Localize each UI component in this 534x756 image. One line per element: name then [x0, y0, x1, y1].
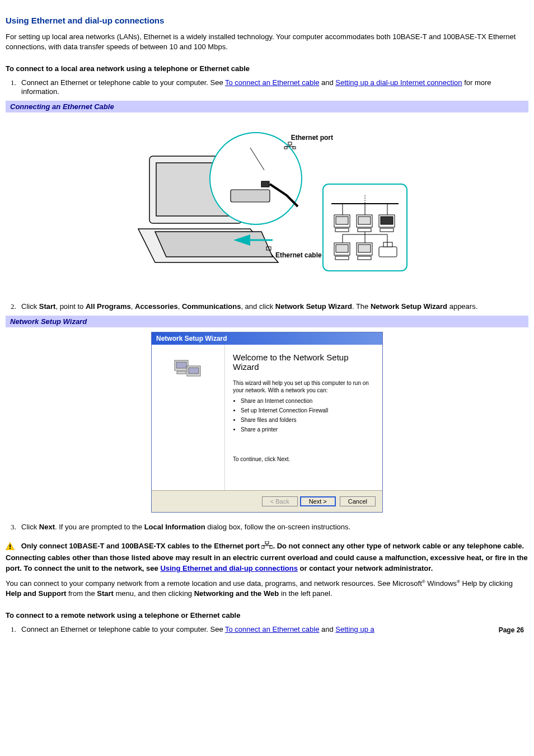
link-using-ethernet-dialup[interactable]: Using Ethernet and dial-up connections — [160, 564, 298, 572]
figure-network-setup-wizard: Network Setup Wizard Welcome to the Netw… — [151, 332, 383, 513]
svg-rect-47 — [189, 368, 199, 374]
svg-marker-3 — [155, 232, 273, 257]
bold-network-setup-wizard-2: Network Setup Wizard — [371, 302, 447, 311]
svg-rect-20 — [358, 217, 371, 224]
svg-rect-55 — [261, 546, 264, 548]
svg-rect-26 — [336, 245, 348, 252]
svg-rect-51 — [10, 548, 11, 549]
ethernet-port-icon — [261, 541, 273, 552]
svg-rect-23 — [381, 217, 393, 224]
wizard-bullet: Share an Internet connection — [241, 397, 373, 405]
svg-rect-42 — [284, 147, 287, 149]
intro-paragraph: For setting up local area networks (LANs… — [6, 32, 528, 52]
link-setting-up-dialup[interactable]: Setting up a dial-up Internet connection — [335, 78, 462, 87]
bold-communications: Communications — [182, 302, 241, 311]
figure-ethernet-cable: Ethernet port Ethernet cable — [6, 117, 528, 292]
wizard-continue-text: To continue, click Next. — [233, 456, 373, 463]
svg-rect-43 — [293, 147, 296, 149]
svg-rect-18 — [335, 228, 349, 232]
subheading-remote-network: To connect to a remote network using a t… — [6, 611, 528, 619]
wizard-welcome-heading: Welcome to the Network Setup Wizard — [233, 353, 373, 372]
wizard-sidebar — [152, 345, 225, 490]
bold-help-and-support: Help and Support — [6, 589, 66, 598]
link-to-connect-ethernet[interactable]: To connect an Ethernet cable — [225, 78, 319, 87]
wizard-bullet: Share a printer — [241, 426, 373, 433]
wizard-bullet: Share files and folders — [241, 416, 373, 424]
step-3: Click Next. If you are prompted to the L… — [18, 523, 528, 532]
warning-icon — [6, 542, 15, 550]
svg-rect-32 — [383, 242, 392, 247]
bold-networking-and-web: Networking and the Web — [194, 589, 279, 598]
svg-rect-27 — [335, 256, 349, 260]
svg-rect-48 — [177, 372, 186, 374]
remote-connection-paragraph: You can connect to your company network … — [6, 579, 528, 599]
page-number: Page 26 — [499, 626, 524, 634]
svg-rect-5 — [231, 190, 270, 202]
wizard-intro-text: This wizard will help you set up this co… — [233, 379, 373, 394]
wizard-bullet: Set up Internet Connection Firewall — [241, 407, 373, 414]
wizard-next-button[interactable]: Next > — [300, 496, 336, 506]
bold-local-information: Local Information — [144, 523, 205, 531]
svg-rect-17 — [336, 217, 348, 224]
svg-rect-45 — [176, 362, 186, 368]
step1-text-a: Connect an Ethernet or telephone cable t… — [21, 78, 225, 87]
subheading-local-network: To connect to a local area network using… — [6, 64, 528, 73]
label-ethernet-cable: Ethernet cable — [275, 251, 322, 259]
link-setting-up-a[interactable]: Setting up a — [335, 625, 374, 633]
svg-rect-24 — [380, 228, 394, 232]
svg-rect-30 — [358, 256, 371, 260]
bold-start: Start — [39, 302, 56, 311]
wizard-titlebar: Network Setup Wizard — [152, 332, 382, 345]
bold-network-setup-wizard: Network Setup Wizard — [275, 302, 352, 311]
svg-rect-52 — [265, 541, 269, 544]
step1-text-b: and — [319, 78, 335, 87]
caption-connecting-ethernet: Connecting an Ethernet Cable — [6, 101, 528, 112]
wizard-back-button: < Back — [262, 496, 298, 506]
bold-accessories: Accessories — [135, 302, 178, 311]
svg-rect-39 — [288, 142, 292, 145]
section-heading: Using Ethernet and dial-up connections — [6, 16, 528, 25]
label-ethernet-port: Ethernet port — [284, 134, 340, 177]
link-to-connect-ethernet-2[interactable]: To connect an Ethernet cable — [225, 625, 319, 633]
ethernet-port-icon — [284, 142, 340, 177]
bold-start-menu: Start — [97, 589, 114, 598]
step-1: Connect an Ethernet or telephone cable t… — [18, 78, 528, 96]
caption-network-setup-wizard: Network Setup Wizard — [6, 316, 528, 327]
wizard-cancel-button[interactable]: Cancel — [340, 496, 376, 506]
wizard-bullet-list: Share an Internet connection Set up Inte… — [233, 397, 373, 433]
warning-paragraph: Only connect 10BASE-T and 100BASE-TX cab… — [6, 541, 528, 574]
svg-rect-31 — [379, 247, 397, 257]
step-2: Click Start, point to All Programs, Acce… — [18, 302, 528, 311]
remote-step-1: Connect an Ethernet or telephone cable t… — [18, 625, 528, 634]
bold-next: Next — [39, 523, 55, 531]
svg-rect-50 — [10, 544, 11, 547]
bold-all-programs: All Programs — [86, 302, 131, 311]
svg-rect-6 — [261, 181, 269, 187]
svg-rect-29 — [358, 245, 371, 252]
network-devices-icon — [171, 355, 205, 383]
svg-rect-21 — [358, 228, 371, 232]
